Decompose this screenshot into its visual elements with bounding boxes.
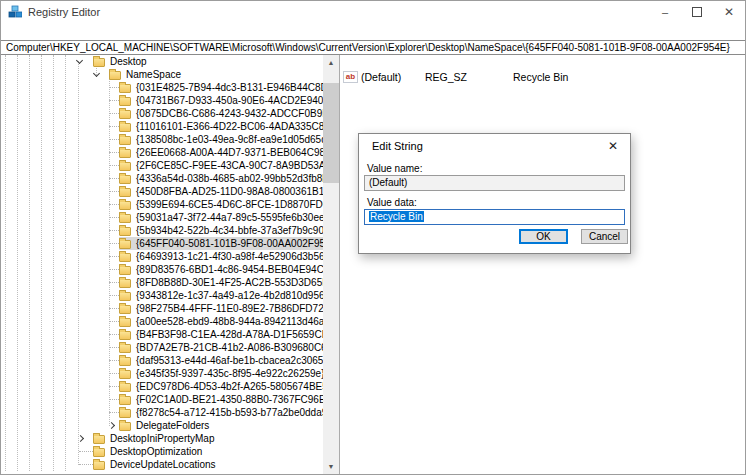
- tree-expander-chevron-icon[interactable]: [75, 432, 93, 445]
- tree-expander-chevron-icon[interactable]: [103, 380, 119, 393]
- folder-icon: [119, 331, 131, 340]
- tree-item-label: {0875DCB6-C686-4243-9432-ADCCF0B9F2D7}: [133, 108, 323, 119]
- tree-item[interactable]: {5b934b42-522b-4c34-bbfe-37a3ef7b9c90}: [1, 224, 323, 237]
- tree-item-label: {B4FB3F98-C1EA-428d-A78A-D1F5659CBA93}: [133, 329, 323, 340]
- tree-expander-chevron-icon[interactable]: [103, 172, 119, 185]
- tree-item-label: {26EE0668-A00A-44D7-9371-BEB064C98683}: [133, 147, 323, 158]
- cancel-button[interactable]: Cancel: [581, 229, 628, 244]
- tree-expander-chevron-icon[interactable]: [103, 211, 119, 224]
- tree-expander-chevron-icon[interactable]: [103, 120, 119, 133]
- tree-expander-chevron-icon[interactable]: [103, 146, 119, 159]
- tree-expander-chevron-icon[interactable]: [103, 302, 119, 315]
- tree-item[interactable]: {89D83576-6BD1-4c86-9454-BEB04E94C819}: [1, 263, 323, 276]
- tree-scrollbar[interactable]: ▲ ▼: [323, 55, 339, 474]
- tree-item[interactable]: {450D8FBA-AD25-11D0-98A8-0800361B1103}: [1, 185, 323, 198]
- tree-item-label: {04731B67-D933-450a-90E6-4ACD2E9408FE}: [133, 95, 323, 106]
- tree-item-label: {9343812e-1c37-4a49-a12e-4b2d810d956b}: [133, 290, 323, 301]
- tree-item[interactable]: NameSpace: [1, 68, 323, 81]
- tree-expander-chevron-icon[interactable]: [103, 94, 119, 107]
- tree-item[interactable]: {4336a54d-038b-4685-ab02-99bb52d3fb8b}: [1, 172, 323, 185]
- tree-expander-chevron-icon[interactable]: [103, 276, 119, 289]
- tree-expander-chevron-icon[interactable]: [103, 354, 119, 367]
- tree-item[interactable]: {EDC978D6-4D53-4b2f-A265-5805674BE568}: [1, 380, 323, 393]
- tree-item[interactable]: {9343812e-1c37-4a49-a12e-4b2d810d956b}: [1, 289, 323, 302]
- tree-item[interactable]: Desktop: [1, 55, 323, 68]
- tree-expander-chevron-icon[interactable]: [103, 315, 119, 328]
- tree-expander-chevron-icon[interactable]: [103, 328, 119, 341]
- value-row[interactable]: ab (Default) REG_SZ Recycle Bin: [341, 70, 745, 83]
- folder-icon: [119, 279, 131, 288]
- tree-expander-chevron-icon[interactable]: [103, 198, 119, 211]
- tree-expander-chevron-icon[interactable]: [103, 250, 119, 263]
- folder-icon: [119, 136, 131, 145]
- tree-item-label: {031E4825-7B94-4dc3-B131-E946B44C8DD5}: [133, 82, 323, 93]
- tree-item[interactable]: {64693913-1c21-4f30-a98f-4e52906d3b56}: [1, 250, 323, 263]
- tree-expander-chevron-icon[interactable]: [103, 419, 119, 432]
- tree-item[interactable]: {031E4825-7B94-4dc3-B131-E946B44C8DD5}: [1, 81, 323, 94]
- tree-item-label: DesktopIniPropertyMap: [107, 433, 218, 444]
- tree-item-label: {8FD8B88D-30E1-4F25-AC2B-553D3D65F0EA}: [133, 277, 323, 288]
- folder-icon: [119, 110, 131, 119]
- maximize-icon: [692, 7, 702, 17]
- tree-expander-chevron-icon[interactable]: [103, 393, 119, 406]
- tree-item[interactable]: {98F275B4-4FFF-11E0-89E2-7B86DFD72085}: [1, 302, 323, 315]
- tree-expander-chevron-icon[interactable]: [103, 341, 119, 354]
- tree-expander-chevron-icon[interactable]: [75, 55, 93, 68]
- tree-expander-chevron-icon[interactable]: [75, 445, 93, 458]
- tree-expander-chevron-icon[interactable]: [103, 367, 119, 380]
- tree-item[interactable]: {8FD8B88D-30E1-4F25-AC2B-553D3D65F0EA}: [1, 276, 323, 289]
- minimize-button[interactable]: –: [649, 1, 681, 23]
- tree-item[interactable]: {0875DCB6-C686-4243-9432-ADCCF0B9F2D7}: [1, 107, 323, 120]
- scroll-up-icon[interactable]: ▲: [323, 55, 339, 70]
- address-bar-input[interactable]: [1, 42, 745, 53]
- scrollbar-thumb[interactable]: [323, 83, 339, 183]
- maximize-button[interactable]: [681, 1, 713, 23]
- tree-item[interactable]: {BD7A2E7B-21CB-41b2-A086-B309680C6B7E}: [1, 341, 323, 354]
- value-name-field[interactable]: (Default): [364, 175, 625, 191]
- tree-item[interactable]: {645FF040-5081-101B-9F08-00AA002F954E}: [1, 237, 323, 250]
- ok-button[interactable]: OK: [519, 229, 568, 244]
- tree-expander-chevron-icon[interactable]: [103, 133, 119, 146]
- value-name-label: Value name:: [367, 163, 422, 174]
- tree-expander-chevron-icon[interactable]: [103, 81, 119, 94]
- folder-icon: [119, 266, 131, 275]
- close-button[interactable]: ✕: [713, 1, 745, 23]
- tree-item[interactable]: {f8278c54-a712-415b-b593-b77a2be0dda9}: [1, 406, 323, 419]
- tree-expander-chevron-icon[interactable]: [75, 458, 93, 471]
- tree-expander-chevron-icon[interactable]: [103, 237, 119, 250]
- tree-expander-chevron-icon[interactable]: [103, 107, 119, 120]
- tree-item[interactable]: DesktopIniPropertyMap: [1, 432, 323, 445]
- tree-expander-chevron-icon[interactable]: [103, 185, 119, 198]
- tree-item-label: {645FF040-5081-101B-9F08-00AA002F954E}: [133, 238, 323, 249]
- tree-item[interactable]: DeviceUpdateLocations: [1, 458, 323, 471]
- value-list-panel: ab (Default) REG_SZ Recycle Bin: [341, 55, 745, 474]
- panel-divider[interactable]: [339, 55, 340, 474]
- dialog-close-button[interactable]: ✕: [596, 134, 630, 158]
- tree-item[interactable]: DesktopOptimization: [1, 445, 323, 458]
- tree-expander-chevron-icon[interactable]: [103, 406, 119, 419]
- tree-item[interactable]: {B4FB3F98-C1EA-428d-A78A-D1F5659CBA93}: [1, 328, 323, 341]
- value-data-input[interactable]: Recycle Bin: [364, 209, 625, 225]
- tree-item[interactable]: {59031a47-3f72-44a7-89c5-5595fe6b30ee}: [1, 211, 323, 224]
- window-controls: – ✕: [649, 1, 745, 23]
- tree-item-label: {BD7A2E7B-21CB-41b2-A086-B309680C6B7E}: [133, 342, 323, 353]
- tree-item[interactable]: {04731B67-D933-450a-90E6-4ACD2E9408FE}: [1, 94, 323, 107]
- tree-item[interactable]: {2F6CE85C-F9EE-43CA-90C7-8A9BD53A2467}: [1, 159, 323, 172]
- tree-expander-chevron-icon[interactable]: [93, 68, 109, 81]
- tree-item[interactable]: {138508bc-1e03-49ea-9c8f-ea9e1d05d65d}: [1, 133, 323, 146]
- tree-expander-chevron-icon[interactable]: [103, 224, 119, 237]
- tree-item[interactable]: {daf95313-e44d-46af-be1b-cbacea2c3065}: [1, 354, 323, 367]
- tree-item-label: {daf95313-e44d-46af-be1b-cbacea2c3065}: [133, 355, 323, 366]
- tree-item[interactable]: {a00ee528-ebd9-48b8-944a-8942113d46ac}: [1, 315, 323, 328]
- tree-item[interactable]: {F02C1A0D-BE21-4350-88B0-7367FC96EF3C}: [1, 393, 323, 406]
- scroll-down-icon[interactable]: ▼: [323, 459, 339, 474]
- tree-item[interactable]: {5399E694-6CE5-4D6C-8FCE-1D8870FDCBA0}: [1, 198, 323, 211]
- tree-expander-chevron-icon[interactable]: [103, 289, 119, 302]
- tree-expander-chevron-icon[interactable]: [103, 263, 119, 276]
- tree-item[interactable]: {11016101-E366-4D22-BC06-4ADA335C892B}: [1, 120, 323, 133]
- tree-item[interactable]: {e345f35f-9397-435c-8f95-4e922c26259e}: [1, 367, 323, 380]
- tree-expander-chevron-icon[interactable]: [103, 159, 119, 172]
- tree-item-label: {138508bc-1e03-49ea-9c8f-ea9e1d05d65d}: [133, 134, 323, 145]
- tree-item[interactable]: DelegateFolders: [1, 419, 323, 432]
- tree-item[interactable]: {26EE0668-A00A-44D7-9371-BEB064C98683}: [1, 146, 323, 159]
